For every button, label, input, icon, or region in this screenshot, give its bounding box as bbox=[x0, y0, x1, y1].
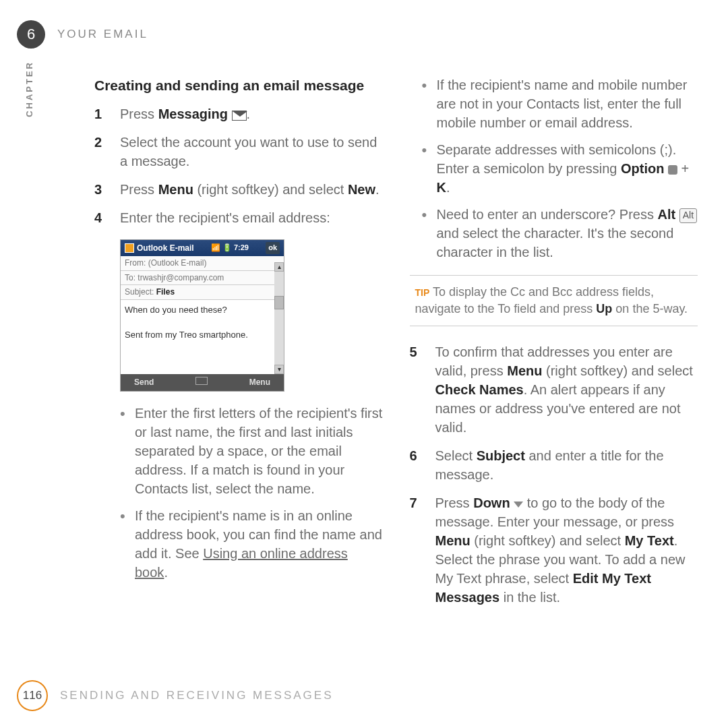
ok-button[interactable]: ok bbox=[266, 242, 280, 253]
step-5: To confirm that addresses you enter are … bbox=[410, 342, 698, 437]
right-column: If the recipient's name and mobile numbe… bbox=[410, 75, 698, 616]
alt-key-icon: Alt bbox=[679, 208, 697, 223]
left-bullets: Enter the first letters of the recipient… bbox=[120, 404, 383, 582]
envelope-icon bbox=[232, 111, 247, 121]
step-1: Press Messaging . bbox=[94, 104, 383, 123]
ss-body[interactable]: When do you need these? Sent from my Tre… bbox=[121, 300, 284, 374]
steps-list: Press Messaging . Select the account you… bbox=[94, 104, 383, 227]
ss-scrollbar[interactable]: ▴ ▾ bbox=[274, 262, 284, 374]
steps-list-2: To confirm that addresses you enter are … bbox=[410, 342, 698, 607]
bullet-enter-letters: Enter the first letters of the recipient… bbox=[120, 404, 383, 498]
scroll-thumb[interactable] bbox=[274, 296, 284, 309]
scroll-down-icon[interactable]: ▾ bbox=[274, 365, 284, 374]
email-screenshot: Outlook E-mail 📶 🔋 7:29 ok From: (Outloo… bbox=[120, 239, 284, 392]
header-title: YOUR EMAIL bbox=[57, 26, 148, 42]
chapter-number-circle: 6 bbox=[17, 20, 45, 49]
scroll-up-icon[interactable]: ▴ bbox=[274, 262, 284, 272]
main-content: Creating and sending an email message Pr… bbox=[0, 49, 728, 616]
footer-text: SENDING AND RECEIVING MESSAGES bbox=[60, 688, 334, 704]
tip-label: TIP bbox=[415, 287, 430, 298]
menu-softkey[interactable]: Menu bbox=[249, 377, 270, 388]
step-3: Press Menu (right softkey) and select Ne… bbox=[94, 180, 383, 199]
bullet-mobile-number: If the recipient's name and mobile numbe… bbox=[422, 75, 698, 132]
bullet-semicolon: Separate addresses with semicolons (;). … bbox=[422, 140, 698, 197]
step-7: Press Down to go to the body of the mess… bbox=[410, 493, 698, 607]
ss-to-field[interactable]: To: trwashjr@company.com bbox=[121, 271, 284, 286]
step-4: Enter the recipient's email address: bbox=[94, 208, 383, 227]
down-arrow-icon bbox=[514, 502, 523, 508]
messaging-label: Messaging bbox=[158, 107, 228, 121]
ss-subject-field[interactable]: Subject: Files bbox=[121, 285, 284, 300]
send-softkey[interactable]: Send bbox=[134, 377, 154, 388]
page-number: 116 bbox=[17, 680, 48, 711]
chapter-label-vertical: CHAPTER bbox=[24, 61, 36, 117]
section-title: Creating and sending an email message bbox=[94, 75, 383, 95]
tip-box: TIP To display the Cc and Bcc address fi… bbox=[410, 275, 698, 326]
option-key-icon bbox=[668, 165, 677, 175]
step-2: Select the account you want to use to se… bbox=[94, 133, 383, 171]
ss-title-text: Outlook E-mail bbox=[137, 243, 194, 254]
windows-flag-icon bbox=[125, 243, 134, 253]
step-6: Select Subject and enter a title for the… bbox=[410, 446, 698, 484]
page-header: 6 YOUR EMAIL bbox=[0, 0, 728, 49]
bullet-online-addressbook: If the recipient's name is in an online … bbox=[120, 506, 383, 582]
bullet-underscore: Need to enter an underscore? Press Alt A… bbox=[422, 205, 698, 262]
ss-from-field: From: (Outlook E-mail) bbox=[121, 256, 284, 271]
left-column: Creating and sending an email message Pr… bbox=[94, 75, 383, 616]
ss-titlebar: Outlook E-mail 📶 🔋 7:29 ok bbox=[121, 240, 284, 255]
ss-footer: Send Menu bbox=[121, 374, 284, 391]
right-bullets: If the recipient's name and mobile numbe… bbox=[422, 75, 698, 262]
page-footer: 116 SENDING AND RECEIVING MESSAGES bbox=[17, 680, 334, 711]
keyboard-icon[interactable] bbox=[195, 377, 208, 385]
